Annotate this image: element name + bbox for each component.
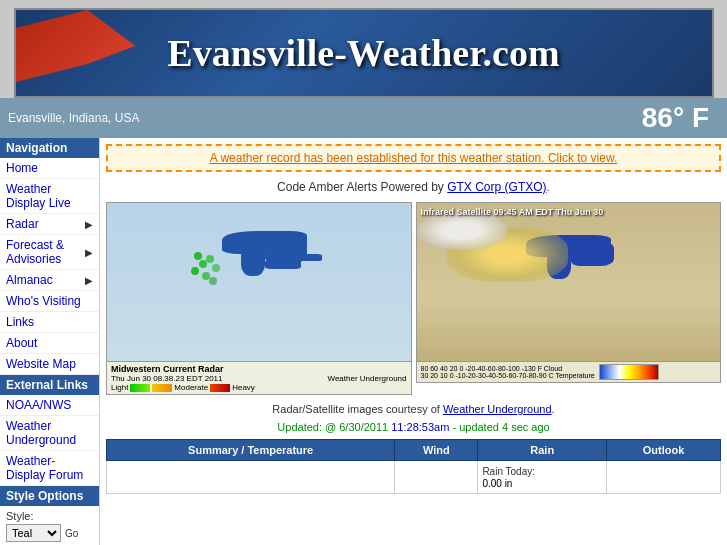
lake-michigan-shape	[241, 247, 265, 275]
temperature-display: 86° F	[642, 102, 709, 134]
main-content: A weather record has been established fo…	[100, 138, 727, 545]
table-header-summary: Summary / Temperature	[107, 440, 395, 461]
amber-alerts-line: Code Amber Alerts Powered by GTX Corp (G…	[106, 180, 721, 194]
sidebar-item-about[interactable]: About	[0, 333, 99, 354]
storm-cluster	[174, 243, 241, 290]
update-time: 11:28:53am	[391, 421, 449, 433]
sidebar-item-website-map[interactable]: Website Map	[0, 354, 99, 375]
sidebar-item-radar[interactable]: Radar ▶	[0, 214, 99, 235]
style-options-panel: Style: Teal Blue Red Green Dark Go	[0, 506, 99, 545]
ir-lake-huron	[571, 241, 613, 266]
legend-heavy-block	[210, 384, 230, 392]
style-options-header: Style Options	[0, 486, 99, 506]
chevron-right-icon: ▶	[85, 247, 93, 258]
legend-light-block	[130, 384, 150, 392]
radar-credit-text: Weather Underground	[327, 374, 406, 383]
radar-title: Midwestern Current Radar	[111, 364, 255, 374]
sidebar-item-display-forum[interactable]: Weather-Display Forum	[0, 451, 99, 486]
sidebar-item-forecast[interactable]: Forecast & Advisories ▶	[0, 235, 99, 270]
sidebar-item-weather-display-live[interactable]: Weather Display Live	[0, 179, 99, 214]
infrared-background: Infrared Satellite 09:45 AM EDT Thu Jun …	[417, 203, 721, 361]
update-suffix: - updated 4 sec ago	[452, 421, 549, 433]
nav-header: Navigation	[0, 138, 99, 158]
sidebar-item-wu-label: Weather Underground	[6, 419, 93, 447]
location-text: Evansville, Indiana, USA	[8, 111, 139, 125]
radar-footer-left: Midwestern Current Radar Thu Jun 30 08.3…	[111, 364, 255, 392]
sidebar-item-home-label: Home	[6, 161, 38, 175]
legend-label-moderate: Moderate	[174, 383, 208, 392]
table-header-rain: Rain	[478, 440, 607, 461]
radar-legend: Light Moderate Heavy	[111, 383, 255, 392]
ir-color-bar	[599, 364, 659, 380]
alert-banner[interactable]: A weather record has been established fo…	[106, 144, 721, 172]
style-label: Style:	[6, 510, 93, 522]
sidebar: Navigation Home Weather Display Live Rad…	[0, 138, 100, 545]
location-bar: Evansville, Indiana, USA 86° F	[0, 98, 727, 138]
go-icon: Go	[65, 528, 78, 539]
satellite-legend-range: 80 60 40 20 0 -20-40-60-80-100 -130 F Cl…	[421, 365, 595, 372]
sidebar-item-almanac-label: Almanac	[6, 273, 53, 287]
sidebar-item-noaa[interactable]: NOAA/NWS	[0, 395, 99, 416]
sidebar-item-forum-label: Weather-Display Forum	[6, 454, 93, 482]
site-header: Evansville-Weather.com	[14, 8, 714, 98]
table-row: Rain Today: 0.00 in	[107, 461, 721, 494]
radar-map-image	[106, 202, 412, 362]
main-container: Navigation Home Weather Display Live Rad…	[0, 138, 727, 545]
satellite-legend: 80 60 40 20 0 -20-40-60-80-100 -130 F Cl…	[421, 365, 595, 379]
rain-today-label: Rain Today:	[482, 466, 535, 477]
rain-today-value: 0.00 in	[482, 478, 512, 489]
radar-map-block: Midwestern Current Radar Thu Jun 30 08.3…	[106, 202, 412, 395]
radar-background	[107, 203, 411, 361]
lake-ontario-shape	[298, 254, 322, 262]
sidebar-item-links-label: Links	[6, 315, 34, 329]
sidebar-item-weather-underground[interactable]: Weather Underground	[0, 416, 99, 451]
satellite-footer: 80 60 40 20 0 -20-40-60-80-100 -130 F Cl…	[416, 362, 722, 383]
table-cell-summary	[107, 461, 395, 494]
maps-container: Midwestern Current Radar Thu Jun 30 08.3…	[106, 202, 721, 395]
radar-credit: Weather Underground	[327, 374, 406, 383]
courtesy-line: Radar/Satellite images courtesy of Weath…	[106, 403, 721, 415]
courtesy-text: Radar/Satellite images courtesy of	[272, 403, 443, 415]
legend-moderate-block	[152, 384, 172, 392]
style-select-container: Teal Blue Red Green Dark Go	[6, 524, 93, 542]
lake-erie-shape	[265, 260, 301, 269]
table-header-row: Summary / Temperature Wind Rain Outlook	[107, 440, 721, 461]
chevron-right-icon: ▶	[85, 219, 93, 230]
satellite-map-block: Infrared Satellite 09:45 AM EDT Thu Jun …	[416, 202, 722, 395]
chevron-right-icon: ▶	[85, 275, 93, 286]
sidebar-item-noaa-label: NOAA/NWS	[6, 398, 71, 412]
sidebar-item-wdl-label: Weather Display Live	[6, 182, 93, 210]
amber-link[interactable]: GTX Corp (GTXO)	[447, 180, 546, 194]
header-plane-decoration	[16, 10, 136, 98]
table-cell-outlook	[607, 461, 721, 494]
courtesy-link[interactable]: Weather Underground	[443, 403, 552, 415]
radar-timestamp: Thu Jun 30 08.38.23 EDT 2011	[111, 374, 255, 383]
sidebar-item-whos-visiting[interactable]: Who's Visiting	[0, 291, 99, 312]
update-prefix: Updated: @ 6/30/2011	[277, 421, 391, 433]
site-title: Evansville-Weather.com	[167, 31, 559, 75]
satellite-legend-range2: 30 20 10 0 -10-20-30-40-50-60-70-80-90 C…	[421, 372, 595, 379]
satellite-label: Infrared Satellite 09:45 AM EDT Thu Jun …	[421, 207, 604, 217]
table-cell-rain: Rain Today: 0.00 in	[478, 461, 607, 494]
alert-link[interactable]: A weather record has been established fo…	[210, 151, 618, 165]
sidebar-item-forecast-label: Forecast & Advisories	[6, 238, 85, 266]
sidebar-item-home[interactable]: Home	[0, 158, 99, 179]
legend-label-heavy: Heavy	[232, 383, 255, 392]
amber-text: Code Amber Alerts Powered by	[277, 180, 447, 194]
update-line: Updated: @ 6/30/2011 11:28:53am - update…	[106, 421, 721, 433]
sidebar-item-almanac[interactable]: Almanac ▶	[0, 270, 99, 291]
table-header-wind: Wind	[395, 440, 478, 461]
sidebar-item-whos-visiting-label: Who's Visiting	[6, 294, 81, 308]
external-links-header: External Links	[0, 375, 99, 395]
sidebar-item-links[interactable]: Links	[0, 312, 99, 333]
style-dropdown[interactable]: Teal Blue Red Green Dark	[6, 524, 61, 542]
sidebar-item-about-label: About	[6, 336, 37, 350]
table-cell-wind	[395, 461, 478, 494]
radar-map-footer: Midwestern Current Radar Thu Jun 30 08.3…	[106, 362, 412, 395]
summary-table: Summary / Temperature Wind Rain Outlook …	[106, 439, 721, 494]
table-header-outlook: Outlook	[607, 440, 721, 461]
sidebar-item-radar-label: Radar	[6, 217, 39, 231]
legend-label-light: Light	[111, 383, 128, 392]
satellite-map-image: Infrared Satellite 09:45 AM EDT Thu Jun …	[416, 202, 722, 362]
sidebar-item-website-map-label: Website Map	[6, 357, 76, 371]
